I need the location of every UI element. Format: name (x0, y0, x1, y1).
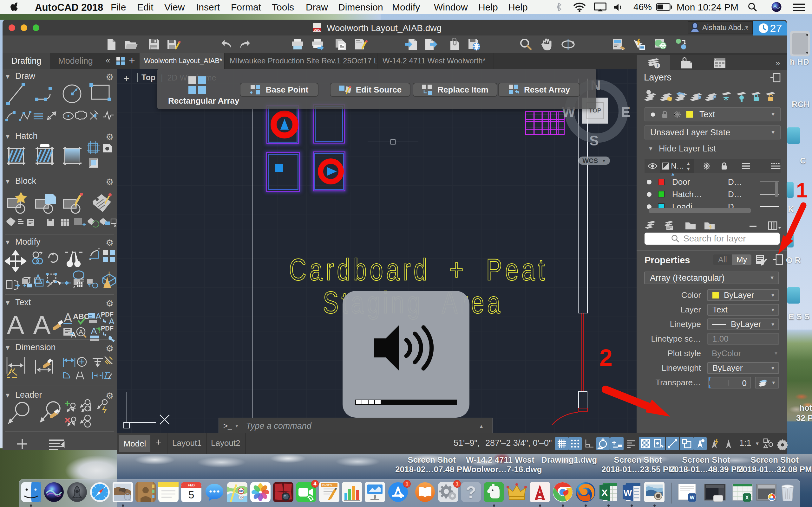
svg-text:ABC: ABC (73, 312, 90, 321)
svg-text:PAGES: PAGES (322, 484, 332, 487)
svg-text:PDF: PDF (101, 325, 113, 332)
svg-text:W: W (690, 495, 695, 500)
svg-text:A: A (7, 310, 24, 339)
svg-text:3D: 3D (239, 496, 243, 499)
svg-text:A: A (91, 326, 97, 336)
svg-text:280: 280 (239, 490, 243, 493)
svg-text:A: A (96, 312, 101, 321)
svg-text:5: 5 (189, 489, 194, 501)
svg-text:X: X (745, 495, 749, 500)
svg-text:DWG: DWG (314, 28, 321, 32)
svg-text:A: A (71, 331, 76, 339)
svg-text:A: A (79, 328, 84, 336)
svg-text:i: i (657, 63, 658, 68)
svg-text:FEB: FEB (188, 483, 195, 487)
svg-text:A: A (33, 310, 51, 339)
svg-text:W: W (623, 488, 632, 498)
svg-text:X: X (601, 487, 608, 498)
svg-text:A: A (64, 311, 72, 325)
